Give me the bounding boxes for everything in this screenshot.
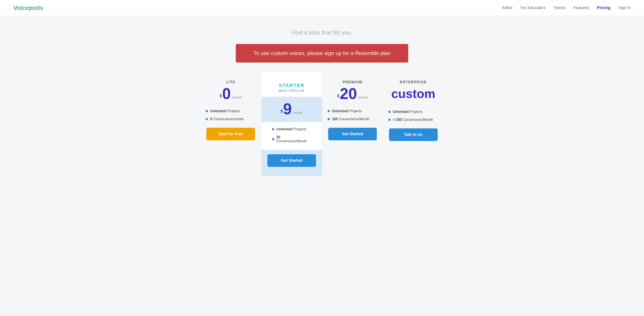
plan-premium-price-area: $ 20 /month: [328, 86, 378, 101]
plan-enterprise-name: ENTERPRISE: [388, 80, 438, 84]
plan-starter-header: STARTER MOST POPULAR: [267, 78, 317, 92]
plan-starter: STARTER MOST POPULAR $ 9 /month Unlimite…: [261, 71, 322, 176]
bullet-icon: [272, 138, 274, 140]
bullet-icon: [388, 111, 390, 113]
plan-lite-dollar: $: [220, 94, 222, 98]
start-for-free-button[interactable]: Start for Free: [206, 128, 255, 140]
list-item: Unlimited Projects: [206, 109, 256, 113]
nav-item-for-educators[interactable]: For Educators: [520, 5, 546, 10]
plan-lite-price-area: $ 0 /month: [206, 86, 256, 101]
logo[interactable]: Voicepods: [13, 4, 43, 11]
feature-bold: Unlimited: [210, 109, 226, 113]
premium-get-started-button[interactable]: Get Started: [328, 128, 377, 140]
feature-bold: Unlimited: [393, 110, 409, 114]
plans-container: LITE $ 0 /month Unlimited Projects 5 Con…: [200, 74, 444, 174]
feature-bold: 100: [332, 117, 338, 121]
plan-starter-period: /month: [292, 111, 303, 114]
feature-bold: Unlimited: [276, 127, 292, 131]
plan-starter-features: Unlimited Projects 20 Conversions/Month: [267, 122, 317, 143]
plan-premium-features: Unlimited Projects 100 Conversions/Month: [328, 109, 378, 121]
page-title: Find a plan that fits you.: [172, 29, 472, 36]
nav-item-features[interactable]: Features: [573, 5, 589, 10]
nav-item-sign-in[interactable]: Sign In: [618, 5, 631, 10]
plan-premium: PREMIUM $ 20 /month Unlimited Projects 1…: [322, 74, 383, 151]
header: Voicepods Editor For Educators Voices Fe…: [0, 0, 644, 16]
plan-lite-divider: [206, 104, 256, 104]
list-item: 5 Conversions/month: [206, 117, 256, 121]
plan-premium-dollar: $: [337, 94, 339, 98]
bullet-icon: [206, 110, 208, 112]
plan-enterprise-features: Unlimited Projects > 100 Conversions/Mon…: [388, 110, 438, 122]
bullet-icon: [272, 128, 274, 130]
list-item: Unlimited Projects: [388, 110, 438, 114]
feature-bold: > 100: [393, 118, 402, 122]
plan-enterprise-price: custom: [388, 86, 438, 101]
plan-starter-price-area: $ 9 /month: [262, 97, 322, 122]
plan-premium-period: /month: [358, 95, 368, 99]
plan-lite: LITE $ 0 /month Unlimited Projects 5 Con…: [200, 74, 261, 151]
bullet-icon: [206, 118, 208, 120]
custom-voice-banner: To use custom voices, please sign up for…: [236, 44, 408, 62]
plan-starter-subtitle: MOST POPULAR: [267, 89, 317, 92]
main-content: Find a plan that fits you. To use custom…: [167, 16, 477, 191]
nav-item-pricing[interactable]: Pricing: [597, 5, 610, 10]
plan-starter-button-wrap: Get Started: [262, 150, 322, 176]
list-item: Unlimited Projects: [328, 109, 378, 113]
list-item: 100 Conversions/Month: [328, 117, 378, 121]
feature-bold: 5: [210, 117, 212, 121]
plan-lite-features: Unlimited Projects 5 Conversions/month: [206, 109, 256, 121]
feature-bold: 20: [276, 135, 280, 139]
plan-premium-divider: [328, 104, 378, 104]
list-item: Unlimited Projects: [272, 127, 312, 131]
nav: Editor For Educators Voices Features Pri…: [502, 5, 631, 10]
enterprise-talk-to-us-button[interactable]: Talk to Us: [389, 128, 438, 141]
bullet-icon: [388, 119, 390, 121]
plan-starter-name: STARTER: [267, 83, 317, 88]
plan-premium-name: PREMIUM: [328, 80, 378, 84]
starter-get-started-button[interactable]: Get Started: [268, 154, 316, 167]
plan-enterprise: ENTERPRISE custom Unlimited Projects > 1…: [383, 74, 444, 152]
list-item: 20 Conversions/Month: [272, 135, 312, 143]
plan-lite-price: 0: [222, 86, 231, 101]
nav-item-voices[interactable]: Voices: [554, 5, 565, 10]
bullet-icon: [328, 110, 330, 112]
list-item: > 100 Conversions/Month: [388, 118, 438, 122]
plan-premium-price: 20: [340, 86, 357, 101]
plan-lite-period: /month: [232, 95, 242, 99]
bullet-icon: [328, 118, 330, 120]
plan-lite-name: LITE: [206, 80, 256, 84]
feature-bold: Unlimited: [332, 109, 348, 113]
nav-item-editor[interactable]: Editor: [502, 5, 513, 10]
plan-starter-price: 9: [283, 101, 292, 117]
plan-starter-dollar: $: [280, 109, 283, 114]
